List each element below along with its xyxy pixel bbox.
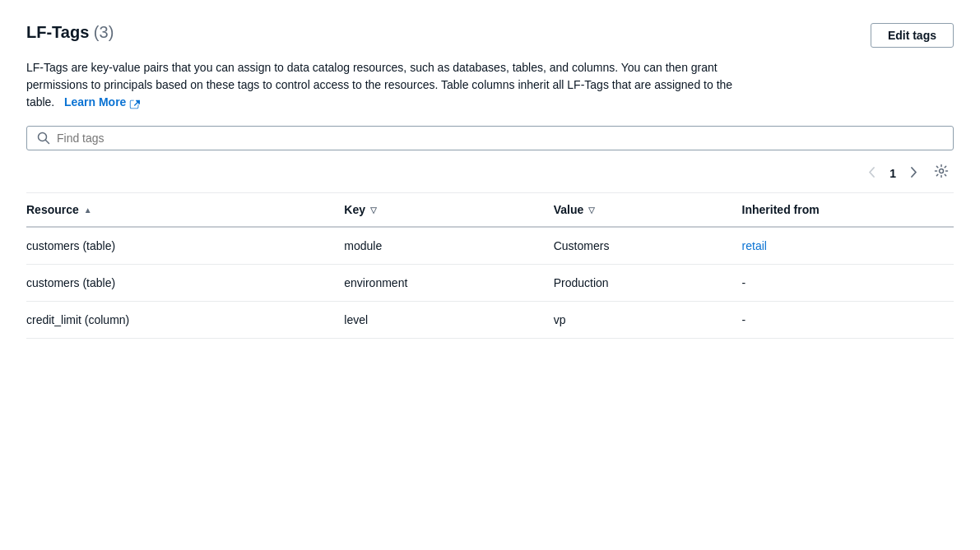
- table-row: credit_limit (column) level vp -: [26, 302, 954, 339]
- header-row: LF-Tags (3) Edit tags: [26, 23, 954, 48]
- edit-tags-button[interactable]: Edit tags: [871, 23, 954, 48]
- cell-inherited-0[interactable]: retail: [742, 227, 954, 265]
- cell-value-0: Customers: [554, 227, 742, 265]
- table-row: customers (table) environment Production…: [26, 265, 954, 302]
- page-number: 1: [886, 167, 899, 180]
- learn-more-label: Learn More: [64, 94, 126, 111]
- pagination-row: 1: [26, 160, 954, 193]
- sort-desc-icon-key: ▽: [370, 206, 377, 215]
- table-row: customers (table) module Customers retai…: [26, 227, 954, 265]
- cell-value-2: vp: [554, 302, 742, 339]
- cell-key-1: environment: [344, 265, 553, 302]
- learn-more-link[interactable]: Learn More: [64, 94, 140, 111]
- col-key[interactable]: Key ▽: [344, 193, 553, 227]
- col-value[interactable]: Value ▽: [554, 193, 742, 227]
- inherited-link-0[interactable]: retail: [742, 239, 767, 252]
- cell-resource-1: customers (table): [26, 265, 344, 302]
- col-resource-label: Resource: [26, 203, 79, 216]
- col-key-label: Key: [344, 203, 365, 216]
- col-resource[interactable]: Resource ▲: [26, 193, 344, 227]
- table-body: customers (table) module Customers retai…: [26, 227, 954, 339]
- title-count: (3): [94, 23, 114, 41]
- search-icon: [37, 132, 50, 145]
- search-bar: [26, 126, 954, 150]
- col-value-label: Value: [554, 203, 584, 216]
- tags-table: Resource ▲ Key ▽ Value ▽: [26, 193, 954, 339]
- cell-value-1: Production: [554, 265, 742, 302]
- cell-resource-2: credit_limit (column): [26, 302, 344, 339]
- col-inherited-label: Inherited from: [742, 203, 820, 216]
- settings-button[interactable]: [929, 160, 954, 186]
- external-link-icon: [129, 97, 140, 108]
- lf-tags-panel: LF-Tags (3) Edit tags LF-Tags are key-va…: [0, 0, 980, 362]
- description-text: LF-Tags are key-value pairs that you can…: [26, 59, 742, 111]
- cell-resource-0: customers (table): [26, 227, 344, 265]
- cell-inherited-1: -: [742, 265, 954, 302]
- cell-key-2: level: [344, 302, 553, 339]
- svg-point-2: [940, 169, 944, 173]
- page-title: LF-Tags (3): [26, 23, 114, 42]
- col-inherited-from: Inherited from: [742, 193, 954, 227]
- sort-asc-icon: ▲: [84, 206, 92, 215]
- search-input[interactable]: [57, 132, 943, 145]
- table-header: Resource ▲ Key ▽ Value ▽: [26, 193, 954, 227]
- svg-line-1: [46, 141, 49, 144]
- table-header-row: Resource ▲ Key ▽ Value ▽: [26, 193, 954, 227]
- sort-desc-icon-value: ▽: [588, 206, 595, 215]
- title-text: LF-Tags: [26, 23, 89, 41]
- cell-key-0: module: [344, 227, 553, 265]
- next-page-button[interactable]: [906, 163, 922, 184]
- prev-page-button[interactable]: [863, 163, 880, 184]
- cell-inherited-2: -: [742, 302, 954, 339]
